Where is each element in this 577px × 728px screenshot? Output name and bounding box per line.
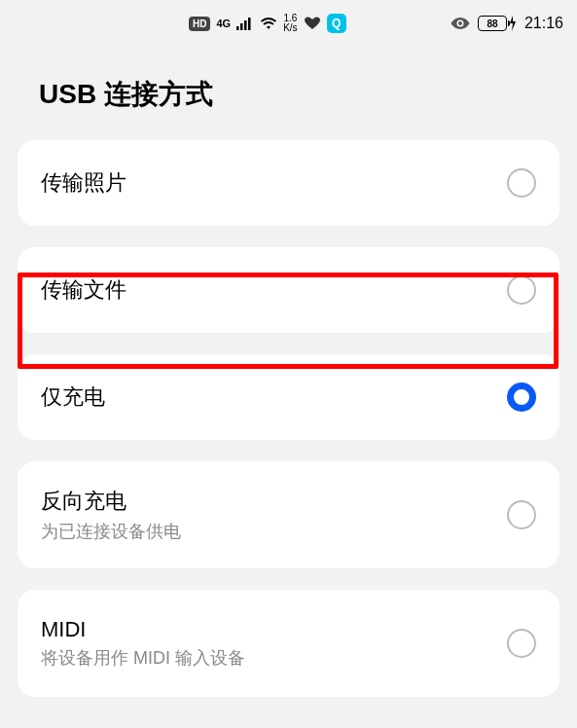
network-4g-icon: 4G bbox=[216, 18, 231, 29]
network-speed: 1.6 K/s bbox=[283, 14, 297, 33]
eye-icon bbox=[451, 17, 470, 30]
option-reverse-charging[interactable]: 反向充电 为已连接设备供电 bbox=[18, 461, 559, 568]
status-left: HD 4G 1.6 K/s Q bbox=[189, 14, 346, 33]
options-list: 传输照片 传输文件 仅充电 反向充电 为已连接设备供电 MIDI 将设备用作 M… bbox=[0, 140, 577, 697]
status-right: 88 21:16 bbox=[451, 15, 563, 32]
option-label: MIDI bbox=[41, 617, 245, 642]
status-bar: HD 4G 1.6 K/s Q 88 bbox=[0, 0, 577, 47]
signal-bars-icon bbox=[236, 17, 254, 30]
battery-percent: 88 bbox=[487, 18, 497, 29]
radio-unchecked[interactable] bbox=[507, 275, 536, 305]
option-label: 传输文件 bbox=[41, 275, 126, 305]
svg-rect-1 bbox=[240, 23, 243, 30]
option-transfer-photos[interactable]: 传输照片 bbox=[18, 140, 559, 226]
radio-checked[interactable] bbox=[507, 382, 536, 412]
svg-rect-3 bbox=[248, 18, 251, 30]
radio-unchecked[interactable] bbox=[507, 500, 536, 529]
option-label: 传输照片 bbox=[41, 168, 126, 198]
option-text: 仅充电 bbox=[41, 382, 105, 412]
heart-icon bbox=[304, 17, 321, 30]
option-charge-only[interactable]: 仅充电 bbox=[18, 354, 559, 440]
option-description: 为已连接设备供电 bbox=[41, 520, 181, 543]
hd-badge-icon: HD bbox=[189, 17, 210, 31]
option-transfer-files[interactable]: 传输文件 bbox=[18, 247, 559, 333]
speed-unit: K/s bbox=[283, 23, 297, 33]
svg-rect-2 bbox=[244, 20, 247, 30]
option-text: 传输文件 bbox=[41, 275, 126, 305]
wifi-icon bbox=[260, 17, 277, 30]
page-title: USB 连接方式 bbox=[39, 76, 538, 113]
page-header: USB 连接方式 bbox=[0, 47, 577, 140]
status-time: 21:16 bbox=[524, 15, 563, 32]
battery-icon: 88 bbox=[478, 16, 507, 31]
svg-rect-0 bbox=[236, 26, 239, 30]
option-text: 传输照片 bbox=[41, 168, 126, 198]
svg-point-5 bbox=[458, 21, 462, 25]
option-description: 将设备用作 MIDI 输入设备 bbox=[41, 646, 245, 670]
radio-unchecked[interactable] bbox=[507, 168, 536, 198]
q-badge-icon: Q bbox=[327, 14, 346, 33]
option-text: 反向充电 为已连接设备供电 bbox=[41, 487, 181, 543]
charging-icon bbox=[509, 16, 517, 31]
option-label: 反向充电 bbox=[41, 487, 181, 516]
option-midi[interactable]: MIDI 将设备用作 MIDI 输入设备 bbox=[18, 590, 559, 697]
option-label: 仅充电 bbox=[41, 382, 105, 412]
option-text: MIDI 将设备用作 MIDI 输入设备 bbox=[41, 617, 245, 670]
battery-indicator: 88 bbox=[478, 16, 517, 31]
radio-unchecked[interactable] bbox=[507, 629, 536, 658]
